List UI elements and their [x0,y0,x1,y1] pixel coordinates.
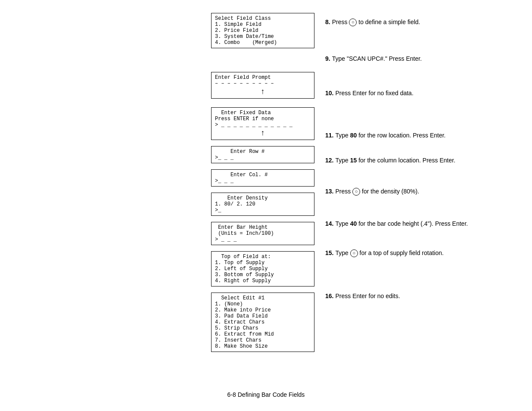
screen-line: 2. Price Field [215,28,311,34]
screen-title: Select Edit #1 [215,295,311,301]
step-text: Press Enter for no fixed data. [335,88,413,98]
screen-line: > _ _ _ _ _ _ _ _ _ _ _ _ [215,122,311,128]
screen-line: 6. Extract from Mid [215,331,311,337]
screen-title: Enter Bar Height [215,224,311,230]
step-number: 12. [325,156,333,165]
screen-enter-bar-height: Enter Bar Height (Units = Inch/100) > _ … [211,222,314,245]
screen-line: 1. Top of Supply [215,260,311,266]
arrow-up-icon: ↑ [215,87,311,96]
screen-enter-col: Enter Col. # >_ _ _ [211,169,314,187]
value-bold: 15 [350,157,357,164]
step-text: Type 40 for the bar code height (.4"). P… [335,219,468,228]
instruction-step-9: 9. Type "SCAN UPC#." Press Enter. [325,50,532,84]
screen-line: 3. System Date/Time [215,34,311,40]
screen-line: 2. Make into Price [215,307,311,313]
page-footer: 6-8 Defining Bar Code Fields [0,391,532,398]
step-number: 15. [325,248,333,258]
screen-subtitle: Press ENTER if none [215,116,311,122]
step-number: 9. [325,54,330,63]
screen-line: 5. Strip Chars [215,325,311,331]
value-bold: 40 [350,220,357,227]
screen-select-field-class: Select Field Class 1. Simple Field 2. Pr… [211,13,314,48]
screen-title: Enter Fixed Data [215,110,311,116]
screen-title: Enter Density [215,195,311,201]
step-text: Type 80 for the row location. Press Ente… [335,131,445,140]
step-text: Press ○ to define a simple field. [332,17,420,27]
screen-enter-density: Enter Density 1. 80/ 2. 120 >_ [211,193,314,216]
key-icon: ○ [352,188,360,196]
screen-line: – – – – – – – – – – [215,81,311,87]
key-icon: ○ [350,249,358,257]
instruction-step-13: 13. Press ○ for the density (80%). [325,183,532,215]
screen-line: 4. Combo (Merged) [215,40,311,46]
screen-line: 4. Extract Chars [215,319,311,325]
arrow-up-icon: ↑ [215,129,311,137]
screen-line: 1. Simple Field [215,22,311,28]
screen-line: 1. 80/ 2. 120 [215,201,311,207]
screen-enter-row: Enter Row # >_ _ _ [211,146,314,163]
screen-title: Top of Field at: [215,254,311,260]
screen-line: >_ _ _ [215,178,311,184]
instruction-step-14: 14. Type 40 for the bar code height (.4"… [325,215,532,245]
step-number: 13. [325,187,333,196]
instruction-step-10: 10. Press Enter for no fixed data. [325,84,532,127]
screen-line: 8. Make Shoe Size [215,343,311,349]
screen-line: 2. Left of Supply [215,266,311,272]
screen-line: >_ [215,207,311,213]
screen-line: >_ _ _ [215,155,311,161]
step-number: 11. [325,131,333,140]
screen-line: 7. Insert Chars [215,337,311,343]
step-number: 14. [325,219,333,228]
step-text: Type 15 for the column location. Press E… [335,156,455,165]
step-text: Type "SCAN UPC#." Press Enter. [332,54,422,63]
screen-enter-field-prompt: Enter Field Prompt – – – – – – – – – – ↑ [211,72,314,99]
step-text: Type ○ for a top of supply field rotatio… [335,248,443,258]
screen-title: Enter Col. # [215,172,311,178]
screen-subtitle: (Units = Inch/100) [215,230,311,237]
screen-line: > _ _ _ [215,237,311,243]
instruction-step-15: 15. Type ○ for a top of supply field rot… [325,245,532,288]
instruction-step-12: 12. Type 15 for the column location. Pre… [325,152,532,183]
step-text: Press Enter for no edits. [335,291,400,301]
key-icon: ○ [349,19,357,26]
footer-text: 6-8 Defining Bar Code Fields [227,391,305,398]
screen-title: Enter Row # [215,149,311,155]
screen-enter-fixed-data: Enter Fixed Data Press ENTER if none > _… [211,107,314,140]
step-number: 8. [325,17,330,27]
screen-line: 3. Pad Data Field [215,313,311,319]
step-number: 10. [325,88,333,98]
screen-line: Select Field Class [215,16,311,22]
value-bold: 80 [350,132,357,139]
screen-line: 1. (None) [215,301,311,307]
screen-top-of-field: Top of Field at: 1. Top of Supply 2. Lef… [211,251,314,286]
instruction-step-11: 11. Type 80 for the row location. Press … [325,127,532,152]
screen-line: 3. Bottom of Supply [215,272,311,278]
screen-title: Enter Field Prompt [215,75,311,81]
step-number: 16. [325,291,333,301]
step-text: Press ○ for the density (80%). [335,187,419,196]
instruction-step-16: 16. Press Enter for no edits. [325,288,532,305]
screen-select-edit: Select Edit #1 1. (None) 2. Make into Pr… [211,293,314,352]
instruction-step-8: 8. Press ○ to define a simple field. [325,13,532,50]
screen-line: 4. Right of Supply [215,278,311,284]
